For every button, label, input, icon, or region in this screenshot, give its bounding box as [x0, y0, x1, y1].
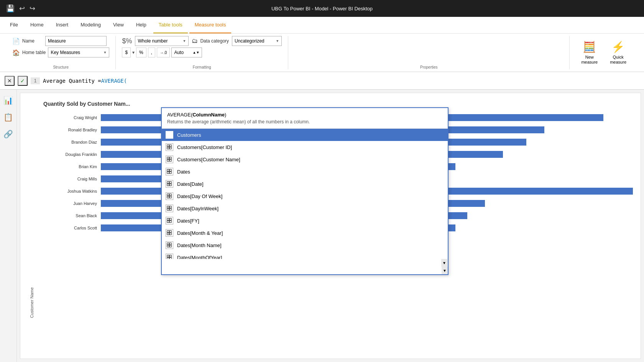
formula-content[interactable]: Average Quantity = AVERAGE( [43, 78, 639, 84]
autocomplete-item-dates-monthofyear[interactable]: Dates[MonthOfYear] [162, 251, 448, 259]
bar-label: Brandon Diaz [43, 140, 97, 144]
svg-rect-32 [167, 231, 169, 233]
svg-rect-30 [167, 221, 169, 223]
svg-rect-22 [167, 196, 169, 198]
menu-table-tools[interactable]: Table tools [153, 17, 188, 33]
autocomplete-description: Returns the average (arithmetic mean) of… [167, 119, 442, 124]
autocomplete-item-dates[interactable]: Dates [162, 165, 448, 178]
svg-rect-17 [169, 182, 171, 183]
autocomplete-item-customers-name[interactable]: Customers[Customer Name] [162, 153, 448, 165]
menu-insert[interactable]: Insert [51, 17, 74, 33]
svg-rect-11 [169, 159, 171, 161]
formula-bar: ✕ ✓ 1 Average Quantity = AVERAGE( [0, 72, 644, 90]
sidebar-report-icon[interactable]: 📊 [2, 93, 15, 107]
svg-rect-37 [169, 243, 171, 245]
decrease-decimal-button[interactable]: →.0 [157, 48, 170, 57]
menu-modeling[interactable]: Modeling [75, 17, 106, 33]
svg-rect-24 [167, 206, 169, 208]
menu-measure-tools[interactable]: Measure tools [189, 17, 232, 33]
undo-icon[interactable]: ↩ [19, 4, 25, 13]
autocomplete-item-label: Customers[Customer Name] [177, 157, 240, 162]
autocomplete-item-dates-dow[interactable]: Dates[Day Of Week] [162, 190, 448, 202]
svg-rect-9 [169, 157, 171, 159]
bar-label: Craig Wright [43, 115, 97, 120]
autocomplete-item-dates-date[interactable]: Dates[Date] [162, 178, 448, 190]
data-category-label: 🗂 Data category [192, 38, 229, 44]
menu-view[interactable]: View [108, 17, 129, 33]
home-table-label: 🏠 Home table [12, 49, 46, 56]
scroll-down-inner[interactable]: ▼ [441, 259, 447, 267]
sidebar-icons: 📊 📋 🔗 [0, 90, 17, 362]
svg-rect-15 [169, 172, 171, 174]
autocomplete-item-label: Dates[Month Name] [177, 242, 222, 248]
new-measure-button[interactable]: 🧮 New measure [576, 38, 603, 67]
bar-label: Juan Harvey [43, 201, 97, 206]
currency-arrow: ▾ [132, 50, 135, 55]
data-category-dropdown[interactable]: Uncategorized ▼ [232, 36, 282, 46]
home-table-icon: 🏠 [12, 49, 20, 56]
formula-cancel-button[interactable]: ✕ [5, 76, 15, 86]
svg-rect-36 [167, 243, 169, 245]
formatting-label: Formatting [122, 64, 282, 69]
bar-label: Ronald Bradley [43, 128, 97, 132]
sidebar-model-icon[interactable]: 🔗 [2, 127, 15, 141]
ribbon-structure-section: 📄 Name 🏠 Home table Key Measures ▼ Struc… [6, 36, 116, 69]
ribbon: 📄 Name 🏠 Home table Key Measures ▼ Struc… [0, 34, 644, 72]
svg-rect-26 [167, 208, 169, 210]
autocomplete-item-icon [166, 205, 173, 212]
format-type-arrow: ▼ [182, 39, 186, 43]
ribbon-properties-section: Properties [288, 36, 570, 69]
chart-title: Quantity Sold by Customer Nam... [43, 101, 633, 107]
autocomplete-item-dates-monthname[interactable]: Dates[Month Name] [162, 239, 448, 251]
menu-home[interactable]: Home [25, 17, 49, 33]
svg-rect-20 [167, 194, 169, 196]
currency-button[interactable]: $ [122, 48, 131, 57]
autocomplete-item-label: Dates[Month & Year] [177, 230, 223, 236]
autocomplete-item-icon [166, 254, 173, 259]
autocomplete-item-dates-dayinweek[interactable]: Dates[DayInWeek] [162, 202, 448, 215]
bar-label: Craig Mills [43, 177, 97, 181]
autocomplete-item-dates-monthyear[interactable]: Dates[Month & Year] [162, 227, 448, 239]
formula-confirm-button[interactable]: ✓ [18, 76, 28, 86]
svg-rect-8 [167, 157, 169, 159]
svg-rect-28 [167, 218, 169, 220]
autocomplete-item-icon [166, 229, 173, 237]
auto-dropdown[interactable]: Auto ▲▼ [171, 48, 202, 57]
redo-icon[interactable]: ↪ [30, 4, 35, 13]
svg-rect-13 [169, 169, 171, 171]
home-table-dropdown[interactable]: Key Measures ▼ [48, 48, 109, 57]
autocomplete-item-dates-fy[interactable]: Dates[FY] [162, 215, 448, 227]
svg-rect-6 [167, 147, 169, 149]
autocomplete-item-customers-id[interactable]: Customers[Customer ID] [162, 141, 448, 153]
svg-rect-42 [167, 257, 169, 259]
data-category-arrow: ▼ [276, 39, 279, 43]
svg-rect-1 [169, 133, 171, 134]
menu-bar: File Home Insert Modeling View Help Tabl… [0, 17, 644, 34]
percent-button[interactable]: % [136, 48, 146, 57]
svg-rect-31 [169, 221, 171, 223]
autocomplete-item-icon [166, 241, 173, 249]
autocomplete-item-customers[interactable]: Customers [162, 129, 448, 141]
home-table-arrow: ▼ [103, 51, 107, 54]
save-icon[interactable]: 💾 [6, 4, 15, 13]
bar-label: Carlos Scott [43, 226, 97, 230]
title-bar: 💾 ↩ ↪ UBG To Power BI - Model - Power BI… [0, 0, 644, 17]
svg-rect-0 [167, 133, 169, 134]
scroll-down-button[interactable]: ▼ [442, 267, 448, 274]
autocomplete-item-icon [166, 217, 173, 224]
quick-measure-button[interactable]: ⚡ Quick measure [605, 38, 632, 67]
svg-rect-5 [169, 145, 171, 147]
svg-rect-34 [167, 233, 169, 235]
menu-help[interactable]: Help [131, 17, 152, 33]
format-type-dropdown[interactable]: Whole number ▼ [135, 36, 189, 46]
svg-rect-14 [167, 172, 169, 174]
menu-file[interactable]: File [5, 17, 23, 33]
sidebar-data-icon[interactable]: 📋 [2, 110, 15, 124]
comma-button[interactable]: , [148, 48, 155, 57]
name-input[interactable] [45, 36, 107, 46]
autocomplete-popup: AVERAGE(ColumnName) Returns the average … [161, 107, 449, 275]
autocomplete-list[interactable]: CustomersCustomers[Customer ID]Customers… [162, 129, 448, 259]
formula-line-number: 1 [31, 77, 40, 84]
main-content: 📊 📋 🔗 Quantity Sold by Customer Nam... C… [0, 90, 644, 362]
bar-label: Joshua Watkins [43, 189, 97, 193]
